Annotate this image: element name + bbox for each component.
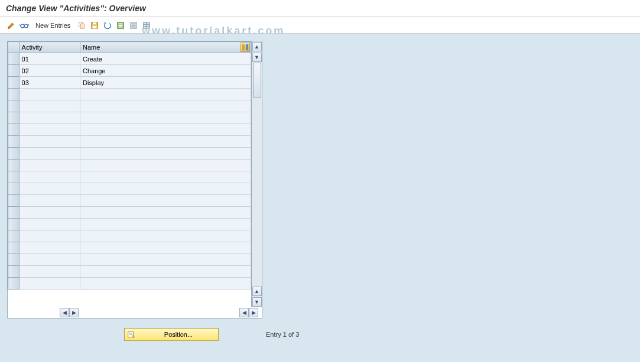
table-row xyxy=(8,124,251,136)
row-selector[interactable] xyxy=(8,230,20,242)
svg-rect-6 xyxy=(93,22,96,24)
svg-rect-7 xyxy=(93,25,97,28)
hscroll-left-icon[interactable]: ◀ xyxy=(60,308,69,317)
scroll-down-icon[interactable]: ▼ xyxy=(252,53,262,62)
cell-activity[interactable] xyxy=(19,278,80,290)
row-selector[interactable] xyxy=(8,100,20,112)
cell-name[interactable] xyxy=(80,183,251,195)
table-row xyxy=(8,242,251,254)
cell-activity[interactable] xyxy=(19,112,80,124)
cell-name[interactable] xyxy=(80,219,251,230)
cell-name[interactable] xyxy=(80,160,251,171)
scroll-thumb[interactable] xyxy=(253,63,261,98)
cell-activity[interactable] xyxy=(19,183,80,195)
cell-name[interactable] xyxy=(80,242,251,254)
cell-name[interactable] xyxy=(80,148,251,160)
scroll-track[interactable] xyxy=(252,63,262,286)
cell-activity[interactable]: 01 xyxy=(19,53,80,65)
select-all-icon[interactable] xyxy=(115,20,126,31)
cell-name[interactable] xyxy=(80,100,251,112)
cell-name[interactable]: Change xyxy=(80,65,251,77)
row-selector[interactable] xyxy=(8,183,20,195)
scroll-up2-icon[interactable]: ▲ xyxy=(252,287,262,296)
row-selector-header[interactable] xyxy=(8,42,20,53)
table-settings-icon[interactable] xyxy=(141,20,152,31)
cell-activity[interactable]: 02 xyxy=(19,65,80,77)
cell-activity[interactable] xyxy=(19,124,80,136)
row-selector[interactable] xyxy=(8,278,20,290)
cell-activity[interactable] xyxy=(19,266,80,278)
cell-activity[interactable] xyxy=(19,195,80,207)
cell-activity[interactable] xyxy=(19,160,80,171)
table-config-icon[interactable] xyxy=(241,43,250,52)
scroll-down2-icon[interactable]: ▼ xyxy=(252,297,262,307)
row-selector[interactable] xyxy=(8,148,20,160)
table-frame: Activity Name 01 Create 02 Change 03 Dis… xyxy=(7,41,262,318)
deselect-all-icon[interactable] xyxy=(128,20,139,31)
position-label: Position... xyxy=(141,331,216,338)
row-selector[interactable] xyxy=(8,171,20,183)
column-header-activity[interactable]: Activity xyxy=(19,42,80,53)
row-selector[interactable] xyxy=(8,254,20,266)
table-row xyxy=(8,266,251,278)
cell-name[interactable] xyxy=(80,207,251,219)
cell-name[interactable] xyxy=(80,112,251,124)
cell-name[interactable] xyxy=(80,195,251,207)
row-selector[interactable] xyxy=(8,77,20,89)
row-selector[interactable] xyxy=(8,242,20,254)
cell-activity[interactable]: 03 xyxy=(19,77,80,89)
save-icon[interactable] xyxy=(89,20,100,31)
cell-activity[interactable] xyxy=(19,89,80,100)
cell-name[interactable] xyxy=(80,230,251,242)
table-row: 03 Display xyxy=(8,77,251,89)
hscroll-left2-icon[interactable]: ◀ xyxy=(239,308,249,317)
cell-activity[interactable] xyxy=(19,171,80,183)
cell-name[interactable] xyxy=(80,136,251,148)
cell-activity[interactable] xyxy=(19,230,80,242)
glasses-icon[interactable] xyxy=(19,20,30,31)
table-body: Activity Name 01 Create 02 Change 03 Dis… xyxy=(8,41,251,307)
cell-name[interactable] xyxy=(80,266,251,278)
cell-name[interactable]: Create xyxy=(80,53,251,65)
cell-name[interactable]: Display xyxy=(80,77,251,89)
new-entries-label: New Entries xyxy=(35,22,70,29)
cell-name[interactable] xyxy=(80,278,251,290)
hscroll-right-icon[interactable]: ▶ xyxy=(69,308,79,317)
table-row xyxy=(8,148,251,160)
row-selector[interactable] xyxy=(8,65,20,77)
activities-table: Activity Name 01 Create 02 Change 03 Dis… xyxy=(8,41,251,290)
row-selector[interactable] xyxy=(8,160,20,171)
copy-icon[interactable] xyxy=(76,20,87,31)
cell-name[interactable] xyxy=(80,254,251,266)
scroll-up-icon[interactable]: ▲ xyxy=(252,42,262,51)
table-row: 01 Create xyxy=(8,53,251,65)
cell-activity[interactable] xyxy=(19,100,80,112)
row-selector[interactable] xyxy=(8,266,20,278)
row-selector[interactable] xyxy=(8,195,20,207)
undo-icon[interactable] xyxy=(102,20,113,31)
hscroll-right2-icon[interactable]: ▶ xyxy=(249,308,258,317)
cell-activity[interactable] xyxy=(19,207,80,219)
row-selector[interactable] xyxy=(8,124,20,136)
cell-name[interactable] xyxy=(80,171,251,183)
row-selector[interactable] xyxy=(8,136,20,148)
edit-pencil-icon[interactable] xyxy=(6,20,17,31)
cell-name[interactable] xyxy=(80,124,251,136)
cell-activity[interactable] xyxy=(19,219,80,230)
row-selector[interactable] xyxy=(8,89,20,100)
table-row xyxy=(8,230,251,242)
row-selector[interactable] xyxy=(8,219,20,230)
row-selector[interactable] xyxy=(8,53,20,65)
position-button[interactable]: Position... xyxy=(124,328,219,341)
position-icon xyxy=(127,330,135,339)
row-selector[interactable] xyxy=(8,207,20,219)
cell-activity[interactable] xyxy=(19,136,80,148)
cell-activity[interactable] xyxy=(19,254,80,266)
column-header-name[interactable]: Name xyxy=(80,42,251,53)
cell-activity[interactable] xyxy=(19,242,80,254)
table-row xyxy=(8,136,251,148)
row-selector[interactable] xyxy=(8,112,20,124)
cell-name[interactable] xyxy=(80,89,251,100)
cell-activity[interactable] xyxy=(19,148,80,160)
new-entries-button[interactable]: New Entries xyxy=(32,21,74,30)
